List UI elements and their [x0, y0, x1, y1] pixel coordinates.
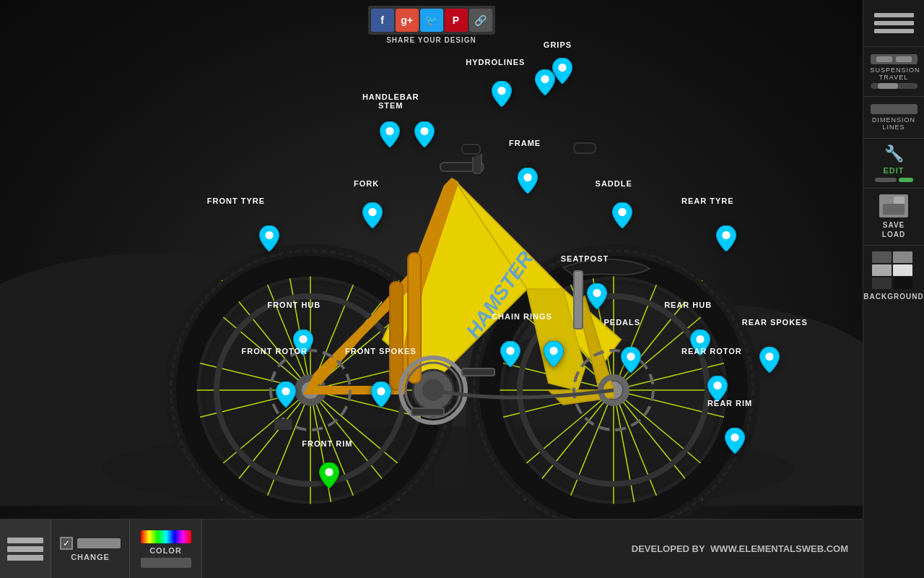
rear-tyre-label: REAR TYRE: [681, 197, 734, 205]
facebook-share-button[interactable]: f: [371, 9, 394, 32]
save-icon: [879, 194, 908, 217]
saddle-label: SADDLE: [596, 179, 632, 188]
frame-pin[interactable]: [518, 168, 538, 197]
svg-point-75: [696, 335, 704, 343]
menu-line-3: [874, 29, 914, 33]
rear-spokes-label: REAR SPOKES: [742, 318, 808, 327]
svg-point-78: [731, 434, 738, 441]
bg-swatch-3[interactable]: [872, 264, 892, 276]
pinterest-share-button[interactable]: P: [445, 9, 468, 32]
main-area: f g+ 🐦 P 🔗 SHARE YOUR DESIGN: [0, 0, 863, 578]
color-spectrum: [141, 530, 191, 543]
handlebar-stem-pin2[interactable]: [414, 121, 435, 150]
handlebar-stem-pin[interactable]: [380, 121, 400, 150]
hydrolines-pin[interactable]: [492, 81, 512, 110]
dimension-visual: [871, 104, 918, 114]
pedals-pin[interactable]: [621, 347, 641, 376]
change-top: ✓: [60, 537, 121, 550]
suspension-thumb[interactable]: [878, 83, 898, 89]
svg-point-72: [506, 347, 514, 355]
grips-pin[interactable]: [552, 58, 572, 87]
svg-rect-59: [274, 419, 292, 430]
edit-line-dot: [899, 178, 913, 182]
svg-point-70: [722, 231, 730, 239]
saddle-pin[interactable]: [612, 202, 632, 231]
svg-point-69: [619, 208, 627, 216]
front-tyre-pin[interactable]: [259, 225, 279, 254]
edit-label: EDIT: [883, 166, 904, 175]
bg-swatch-6[interactable]: [893, 277, 912, 289]
color-swatch: [141, 558, 191, 568]
edit-section[interactable]: 🔧 EDIT: [863, 139, 924, 189]
hydrolines-pin2[interactable]: [535, 69, 555, 98]
pedals-label: PEDALS: [604, 318, 641, 327]
suspension-visual: [871, 54, 918, 64]
rear-rotor-label: REAR ROTOR: [681, 347, 742, 355]
color-label: COLOR: [149, 546, 182, 555]
rear-hub-label: REAR HUB: [664, 301, 712, 309]
checkbox-icon: ✓: [60, 537, 73, 550]
frame-label: FRAME: [509, 139, 541, 147]
suspension-slider-widget: SUSPENSION TRAVEL: [871, 54, 918, 89]
svg-rect-50: [462, 144, 480, 154]
bg-swatches: [872, 251, 915, 289]
background-section: BACKGROUND: [863, 246, 924, 306]
svg-point-74: [627, 353, 635, 361]
change-panel[interactable]: ✓ CHANGE: [51, 519, 130, 579]
link-share-button[interactable]: 🔗: [469, 9, 492, 32]
googleplus-share-button[interactable]: g+: [396, 9, 419, 32]
suspension-track[interactable]: [871, 83, 918, 89]
svg-point-61: [558, 64, 566, 72]
layers-panel[interactable]: [0, 519, 51, 579]
bg-swatch-1[interactable]: [872, 251, 892, 263]
svg-point-81: [377, 387, 385, 395]
rear-rim-pin[interactable]: [725, 428, 745, 457]
svg-point-71: [593, 289, 601, 297]
svg-point-63: [541, 75, 549, 83]
rear-rim-label: REAR RIM: [707, 399, 752, 407]
svg-rect-46: [390, 282, 403, 390]
fork-pin[interactable]: [362, 202, 383, 231]
svg-point-66: [523, 173, 531, 181]
load-label: LOAD: [882, 230, 905, 239]
grips-label: GRIPS: [544, 40, 572, 49]
front-spokes-pin[interactable]: [371, 381, 391, 410]
svg-point-76: [765, 353, 773, 361]
wrench-icon: 🔧: [884, 144, 904, 163]
front-rim-pin[interactable]: [319, 462, 339, 491]
bg-swatch-2[interactable]: [893, 251, 912, 263]
change-rect: [77, 538, 121, 548]
svg-point-79: [300, 335, 308, 343]
save-section[interactable]: SAVE LOAD: [863, 189, 924, 246]
bg-swatch-5[interactable]: [872, 277, 892, 289]
suspension-label: SUSPENSION TRAVEL: [871, 66, 918, 81]
front-rim-label: FRONT RIM: [302, 439, 352, 448]
color-panel[interactable]: COLOR: [130, 519, 202, 579]
twitter-share-button[interactable]: 🐦: [420, 9, 443, 32]
bike-container: HAMSTER: [72, 36, 830, 527]
hydrolines-label: HYDROLINES: [466, 58, 525, 66]
chain-rings-pin2[interactable]: [544, 341, 564, 370]
chain-rings-pin[interactable]: [500, 341, 520, 370]
rear-tyre-pin[interactable]: [716, 225, 736, 254]
dimension-slider-widget: DIMENSION LINES: [871, 104, 918, 131]
menu-lines: [874, 7, 914, 39]
chain-rings-label: CHAIN RINGS: [492, 312, 552, 321]
menu-section[interactable]: [863, 0, 924, 47]
dev-text: DEVELOPED BY: [632, 543, 705, 554]
dev-url: WWW.ELEMENTALSWEB.COM: [710, 543, 848, 554]
handlebar-stem-label: HANDLEBARSTEM: [362, 92, 419, 110]
front-rotor-pin[interactable]: [276, 381, 296, 410]
save-label: SAVE: [883, 220, 905, 230]
suspension-section: SUSPENSION TRAVEL: [863, 47, 924, 97]
rear-spokes-pin[interactable]: [759, 347, 780, 376]
bg-swatch-4[interactable]: [893, 264, 912, 276]
seatpost-pin[interactable]: [587, 283, 607, 312]
dimension-section: DIMENSION LINES: [863, 97, 924, 139]
bottom-bar: ✓ CHANGE COLOR DEVELOPED BY WWW.ELEMENTA…: [0, 519, 863, 578]
change-label: CHANGE: [71, 553, 110, 561]
edit-line-bar: [875, 178, 897, 182]
svg-point-67: [368, 208, 376, 216]
svg-rect-51: [574, 271, 583, 329]
right-sidebar: SUSPENSION TRAVEL DIMENSION LINES 🔧 EDIT…: [863, 0, 924, 578]
